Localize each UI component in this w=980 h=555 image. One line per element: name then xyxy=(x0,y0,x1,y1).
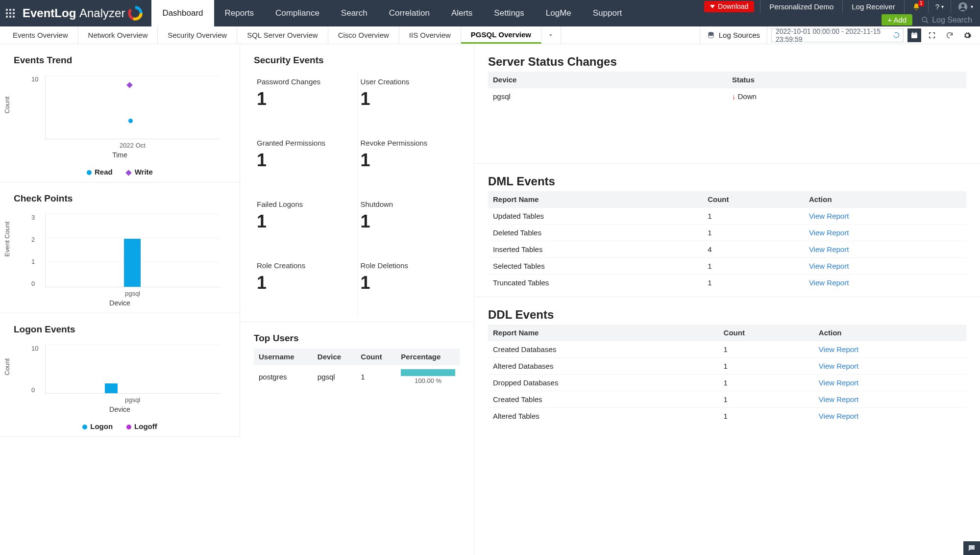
cell-count: 1 xyxy=(703,208,804,225)
link-personalized-demo[interactable]: Personalized Demo xyxy=(760,0,842,13)
ddl-events-table: Report Name Count Action Created Databas… xyxy=(488,325,966,424)
table-row: Altered Databases 1 View Report xyxy=(488,358,966,375)
refresh-button[interactable] xyxy=(943,28,956,42)
events-trend-chart[interactable]: Count 10 2022 Oct xyxy=(14,71,226,149)
view-report-link[interactable]: View Report xyxy=(809,245,849,253)
download-button[interactable]: Download xyxy=(704,1,754,12)
check-points-chart[interactable]: Event Count 3 2 1 0 pgsql xyxy=(14,209,226,297)
calendar-icon xyxy=(910,31,918,39)
log-search-button[interactable]: Log Search xyxy=(917,16,976,25)
th-username[interactable]: Username xyxy=(254,349,313,365)
security-metric[interactable]: Failed Logons 1 xyxy=(254,193,357,254)
settings-gear-button[interactable] xyxy=(960,28,974,42)
security-metric[interactable]: Revoke Permissions 1 xyxy=(357,132,461,193)
th-percentage[interactable]: Percentage xyxy=(396,349,460,365)
legend-logoff[interactable]: Logoff xyxy=(126,422,157,430)
nav-settings[interactable]: Settings xyxy=(483,0,535,26)
dml-events-table: Report Name Count Action Updated Tables … xyxy=(488,191,966,291)
view-report-link[interactable]: View Report xyxy=(809,212,849,220)
security-metric[interactable]: Shutdown 1 xyxy=(357,193,461,254)
security-metric[interactable]: Role Creations 1 xyxy=(254,254,357,316)
view-report-link[interactable]: View Report xyxy=(819,412,858,420)
logo-text-2: Analyzer xyxy=(79,6,125,20)
y-ticks: 10 0 xyxy=(31,345,38,394)
nav-alerts[interactable]: Alerts xyxy=(441,0,483,26)
apps-menu-button[interactable] xyxy=(0,0,21,26)
notifications-button[interactable]: 1 xyxy=(904,0,928,13)
th-report-name[interactable]: Report Name xyxy=(488,325,719,341)
view-report-link[interactable]: View Report xyxy=(809,278,849,287)
subtab-sql-overview[interactable]: SQL Server Overview xyxy=(237,26,328,44)
topbar-links: Download Personalized Demo Log Receiver … xyxy=(704,0,980,13)
cell-report-name: Created Databases xyxy=(488,341,719,358)
view-report-link[interactable]: View Report xyxy=(819,395,858,404)
th-count[interactable]: Count xyxy=(719,325,814,341)
table-row: Altered Tables 1 View Report xyxy=(488,408,966,425)
y-axis-label: Event Count xyxy=(3,222,11,257)
subtab-events-overview[interactable]: Events Overview xyxy=(3,26,78,44)
subtab-more-dropdown[interactable] xyxy=(541,26,561,44)
expand-icon xyxy=(928,31,936,39)
x-ticks: 2022 Oct xyxy=(45,142,220,149)
legend-logon[interactable]: Logon xyxy=(82,422,113,430)
security-metric[interactable]: Password Changes 1 xyxy=(254,71,357,132)
read-point-icon xyxy=(128,119,133,123)
cell-count: 1 xyxy=(356,365,396,389)
view-report-link[interactable]: View Report xyxy=(819,345,858,353)
link-log-receiver[interactable]: Log Receiver xyxy=(842,0,904,13)
table-row: Truncated Tables 1 View Report xyxy=(488,275,966,291)
date-range-value: 2022-10-01 00:00:00 - 2022-11-15 23:59:5… xyxy=(776,27,892,43)
add-button[interactable]: + Add xyxy=(882,14,912,25)
view-report-link[interactable]: View Report xyxy=(819,378,858,387)
nav-compliance[interactable]: Compliance xyxy=(265,0,330,26)
th-action[interactable]: Action xyxy=(804,191,966,208)
cell-count: 1 xyxy=(719,358,814,375)
th-count[interactable]: Count xyxy=(356,349,396,365)
subtab-security-overview[interactable]: Security Overview xyxy=(158,26,237,44)
date-range-input[interactable]: 2022-10-01 00:00:00 - 2022-11-15 23:59:5… xyxy=(771,28,904,42)
th-device[interactable]: Device xyxy=(313,349,356,365)
reset-date-icon[interactable] xyxy=(892,32,899,39)
subtab-pgsql-overview[interactable]: PGSQL Overview xyxy=(461,26,541,44)
y-axis-label: Count xyxy=(3,358,11,376)
table-row: Created Tables 1 View Report xyxy=(488,391,966,408)
legend-write[interactable]: Write xyxy=(126,168,153,176)
chat-fab[interactable] xyxy=(963,541,980,555)
logon-events-chart[interactable]: Count 10 0 pgsql xyxy=(14,340,226,404)
subtab-network-overview[interactable]: Network Overview xyxy=(78,26,158,44)
download-arrow-icon xyxy=(710,5,715,8)
security-metric[interactable]: User Creations 1 xyxy=(357,71,461,132)
subtab-cisco-overview[interactable]: Cisco Overview xyxy=(328,26,399,44)
calendar-button[interactable] xyxy=(907,28,921,42)
view-report-link[interactable]: View Report xyxy=(809,228,849,237)
nav-correlation[interactable]: Correlation xyxy=(378,0,441,26)
log-sources-button[interactable]: Log Sources xyxy=(700,26,767,44)
th-count[interactable]: Count xyxy=(703,191,804,208)
nav-search[interactable]: Search xyxy=(330,0,378,26)
write-point-icon xyxy=(126,82,133,89)
th-device[interactable]: Device xyxy=(488,72,727,88)
plot-area xyxy=(45,214,220,287)
legend-read[interactable]: Read xyxy=(87,168,113,176)
nav-support[interactable]: Support xyxy=(582,0,633,26)
view-report-link[interactable]: View Report xyxy=(809,262,849,270)
security-metric[interactable]: Role Deletions 1 xyxy=(357,254,461,316)
metric-label: Revoke Permissions xyxy=(361,139,458,147)
card-logon-events: Logon Events Count 10 0 pgsql Device Log… xyxy=(0,313,240,437)
help-button[interactable]: ? ▾ xyxy=(928,0,951,13)
fullscreen-button[interactable] xyxy=(925,28,939,42)
search-icon xyxy=(921,16,929,24)
nav-reports[interactable]: Reports xyxy=(214,0,265,26)
metric-label: Role Deletions xyxy=(361,261,458,270)
table-row: Created Databases 1 View Report xyxy=(488,341,966,358)
th-report-name[interactable]: Report Name xyxy=(488,191,703,208)
user-menu-button[interactable]: ▾ xyxy=(951,0,980,13)
security-metric[interactable]: Granted Permissions 1 xyxy=(254,132,357,193)
view-report-link[interactable]: View Report xyxy=(819,362,858,370)
th-status[interactable]: Status xyxy=(727,72,966,88)
th-action[interactable]: Action xyxy=(814,325,966,341)
subtab-iis-overview[interactable]: IIS Overview xyxy=(399,26,461,44)
nav-dashboard[interactable]: Dashboard xyxy=(151,0,214,26)
product-logo[interactable]: EventLog Analyzer xyxy=(21,0,151,26)
nav-logme[interactable]: LogMe xyxy=(535,0,582,26)
